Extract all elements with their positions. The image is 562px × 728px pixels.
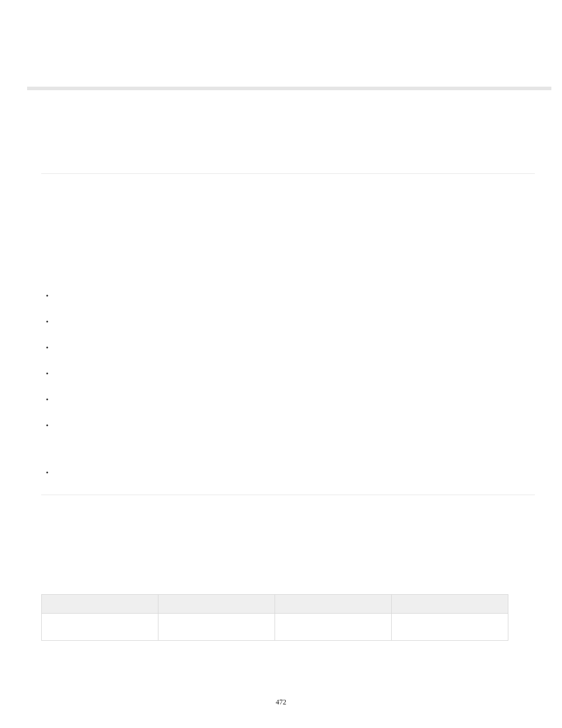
table-row (42, 614, 508, 641)
table-cell (158, 614, 275, 641)
table-cell (392, 614, 508, 641)
table-header-cell (392, 595, 508, 614)
list-item (41, 344, 535, 352)
list-item (41, 292, 535, 300)
table-header-cell (42, 595, 158, 614)
table-cell (42, 614, 158, 641)
list-item (41, 370, 535, 378)
data-table (41, 594, 508, 641)
list-item (41, 318, 535, 326)
table-header-cell (275, 595, 392, 614)
list-item (41, 396, 535, 404)
table-header-row (42, 595, 508, 614)
page-content (41, 94, 535, 687)
page-number: 472 (0, 698, 562, 707)
list-item (41, 421, 535, 430)
table-header-cell (158, 595, 275, 614)
header-rule (27, 87, 551, 90)
bullet-list (41, 292, 535, 477)
list-item (41, 469, 535, 477)
table-cell (275, 614, 392, 641)
